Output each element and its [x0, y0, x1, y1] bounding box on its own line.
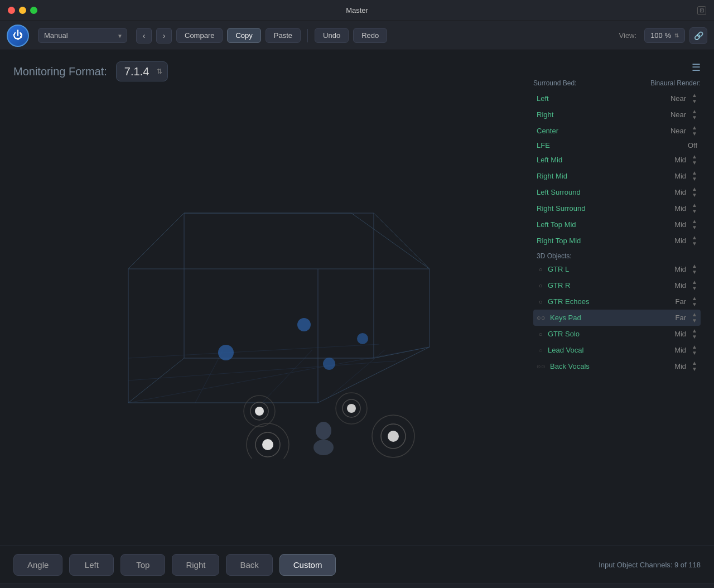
nav-forward-button[interactable]: ›: [156, 28, 172, 44]
svg-point-39: [357, 333, 368, 344]
svg-line-1: [374, 213, 430, 269]
object-name-lead-vocal: Lead Vocal: [548, 346, 666, 354]
minimize-button[interactable]: [19, 7, 26, 14]
view-back-button[interactable]: Back: [226, 554, 272, 576]
channel-name-left: Left: [537, 94, 666, 103]
expand-icon[interactable]: ⊡: [697, 6, 706, 15]
svg-point-29: [388, 431, 399, 442]
paste-button[interactable]: Paste: [266, 28, 301, 43]
object-row-gtr-echoes[interactable]: ○ GTR Echoes Far ▲▼: [533, 293, 701, 310]
spinner-lead-vocal[interactable]: ▲▼: [692, 344, 697, 356]
channel-row-right-top-mid[interactable]: Right Top Mid Mid ▲▼: [533, 233, 701, 249]
redo-button[interactable]: Redo: [353, 28, 387, 43]
spinner-gtr-echoes[interactable]: ▲▼: [692, 296, 697, 307]
surround-bed-label: Surround Bed:: [533, 79, 576, 87]
copy-button[interactable]: Copy: [227, 28, 260, 43]
format-wrapper: 7.1.4 5.1 7.1 ⇅: [116, 61, 168, 81]
view-percent-value: 100 %: [650, 31, 671, 40]
nav-back-button[interactable]: ‹: [136, 28, 152, 44]
object-value-gtr-r: Mid: [669, 281, 686, 290]
spinner-center[interactable]: ▲▼: [692, 125, 697, 137]
3d-visualization: [13, 93, 522, 534]
object-value-gtr-l: Mid: [669, 265, 686, 273]
channel-value-left-mid: Mid: [669, 156, 686, 164]
object-row-gtr-r[interactable]: ○ GTR R Mid ▲▼: [533, 277, 701, 293]
panel-header-row: ☰: [533, 61, 701, 74]
spinner-left[interactable]: ▲▼: [692, 93, 697, 104]
object-name-gtr-l: GTR L: [548, 265, 666, 273]
spinner-left-mid[interactable]: ▲▼: [692, 154, 697, 166]
compare-button[interactable]: Compare: [176, 28, 223, 43]
manual-select[interactable]: Manual Auto: [38, 28, 127, 43]
object-row-gtr-solo[interactable]: ○ GTR Solo Mid ▲▼: [533, 326, 701, 342]
object-row-lead-vocal[interactable]: ○ Lead Vocal Mid ▲▼: [533, 342, 701, 358]
surround-bed-header: Surround Bed: Binaural Render:: [533, 78, 701, 89]
channel-value-lfe: Off: [688, 141, 697, 150]
channel-value-left-top-mid: Mid: [669, 220, 686, 229]
channel-row-right-mid[interactable]: Right Mid Mid ▲▼: [533, 168, 701, 184]
format-select[interactable]: 7.1.4 5.1 7.1: [116, 61, 168, 81]
svg-point-35: [347, 404, 356, 413]
close-button[interactable]: [8, 7, 15, 14]
channel-row-left-top-mid[interactable]: Left Top Mid Mid ▲▼: [533, 216, 701, 233]
channel-row-center[interactable]: Center Near ▲▼: [533, 123, 701, 139]
channel-name-left-top-mid: Left Top Mid: [537, 220, 666, 229]
spinner-back-vocals[interactable]: ▲▼: [692, 360, 697, 372]
channel-name-center: Center: [537, 127, 666, 135]
channel-value-right-surround: Mid: [669, 204, 686, 213]
object-icon-gtr-l: ○: [537, 266, 544, 273]
spinner-right-top-mid[interactable]: ▲▼: [692, 235, 697, 247]
spinner-gtr-l[interactable]: ▲▼: [692, 263, 697, 275]
spinner-keys-pad[interactable]: ▲▼: [692, 312, 697, 324]
binaural-render-label: Binaural Render:: [650, 79, 701, 87]
spinner-left-top-mid[interactable]: ▲▼: [692, 219, 697, 230]
object-value-gtr-echoes: Far: [669, 297, 686, 306]
power-button[interactable]: ⏻: [7, 25, 29, 47]
view-percent-button[interactable]: 100 % ⇅: [644, 28, 685, 43]
view-angle-button[interactable]: Angle: [13, 554, 62, 576]
spinner-gtr-solo[interactable]: ▲▼: [692, 328, 697, 340]
object-value-gtr-solo: Mid: [669, 330, 686, 338]
channel-row-left[interactable]: Left Near ▲▼: [533, 90, 701, 107]
channel-row-left-mid[interactable]: Left Mid Mid ▲▼: [533, 152, 701, 168]
objects-table: ○ GTR L Mid ▲▼ ○ GTR R Mid ▲▼ ○ GTR Echo…: [533, 261, 701, 374]
list-icon[interactable]: ☰: [692, 61, 701, 74]
link-icon: 🔗: [694, 31, 703, 40]
view-top-button[interactable]: Top: [120, 554, 165, 576]
channel-row-left-surround[interactable]: Left Surround Mid ▲▼: [533, 184, 701, 200]
expand-button[interactable]: ⊡: [697, 6, 706, 15]
object-row-gtr-l[interactable]: ○ GTR L Mid ▲▼: [533, 261, 701, 277]
svg-line-18: [128, 347, 430, 403]
object-icon-lead-vocal: ○: [537, 346, 544, 354]
channel-value-left-surround: Mid: [669, 188, 686, 196]
view-left-button[interactable]: Left: [69, 554, 114, 576]
object-row-keys-pad[interactable]: ⊙⊙ Keys Pad Far ▲▼: [533, 310, 701, 326]
left-panel: Monitoring Format: 7.1.4 5.1 7.1 ⇅: [13, 61, 522, 534]
svg-point-37: [297, 318, 311, 331]
object-name-gtr-solo: GTR Solo: [548, 330, 666, 338]
channel-value-right-mid: Mid: [669, 172, 686, 180]
spinner-right[interactable]: ▲▼: [692, 109, 697, 121]
view-right-button[interactable]: Right: [172, 554, 219, 576]
spinner-right-mid[interactable]: ▲▼: [692, 170, 697, 182]
object-value-back-vocals: Mid: [669, 362, 686, 370]
view-custom-button[interactable]: Custom: [279, 554, 336, 576]
channel-row-right[interactable]: Right Near ▲▼: [533, 107, 701, 123]
link-button[interactable]: 🔗: [689, 27, 707, 44]
channel-row-lfe[interactable]: LFE Off: [533, 139, 701, 152]
cube-svg: [95, 168, 441, 459]
object-icon-keys-pad: ⊙⊙: [537, 315, 547, 321]
object-icon-back-vocals: ⊙⊙: [537, 363, 547, 370]
spinner-left-surround[interactable]: ▲▼: [692, 186, 697, 198]
channel-row-right-surround[interactable]: Right Surround Mid ▲▼: [533, 200, 701, 216]
surround-bed-table: Left Near ▲▼ Right Near ▲▼ Center Near ▲…: [533, 90, 701, 249]
undo-button[interactable]: Undo: [315, 28, 349, 43]
svg-point-36: [218, 345, 234, 360]
spinner-gtr-r[interactable]: ▲▼: [692, 279, 697, 291]
channel-value-right: Near: [669, 110, 686, 119]
spinner-right-surround[interactable]: ▲▼: [692, 203, 697, 214]
object-value-keys-pad: Far: [669, 314, 686, 322]
maximize-button[interactable]: [30, 7, 37, 14]
object-row-back-vocals[interactable]: ⊙⊙ Back Vocals Mid ▲▼: [533, 358, 701, 374]
chevron-right-icon: ›: [163, 31, 166, 40]
